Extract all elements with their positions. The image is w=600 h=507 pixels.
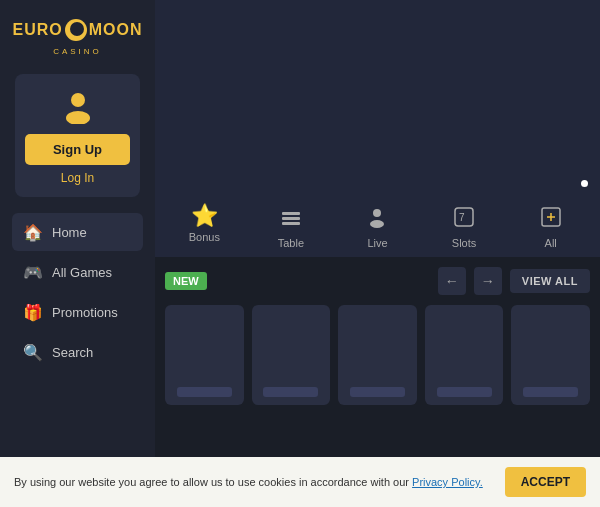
game-card-2[interactable] bbox=[252, 305, 331, 405]
table-icon bbox=[279, 205, 303, 233]
logo-area: EURO MOON CASINO bbox=[18, 12, 138, 62]
game-card-3[interactable] bbox=[338, 305, 417, 405]
sidebar-item-all-games-label: All Games bbox=[52, 265, 112, 280]
tab-table[interactable]: Table bbox=[250, 195, 333, 257]
main-content: ⭐ Bonus Table Live 7 Slots All bbox=[155, 0, 600, 507]
avatar-icon bbox=[60, 88, 96, 124]
new-badge: NEW bbox=[165, 272, 207, 290]
tab-bonus[interactable]: ⭐ Bonus bbox=[163, 195, 246, 257]
sidebar-item-search-label: Search bbox=[52, 345, 93, 360]
view-all-button[interactable]: VIEW ALL bbox=[510, 269, 590, 293]
privacy-policy-link[interactable]: Privacy Policy. bbox=[412, 476, 483, 488]
all-icon bbox=[539, 205, 563, 233]
slots-icon: 7 bbox=[452, 205, 476, 233]
sign-up-button[interactable]: Sign Up bbox=[25, 134, 130, 165]
game-card-4[interactable] bbox=[425, 305, 504, 405]
tab-slots-label: Slots bbox=[452, 237, 476, 249]
home-icon: 🏠 bbox=[24, 223, 42, 241]
svg-point-6 bbox=[370, 220, 384, 228]
sidebar-item-home[interactable]: 🏠 Home bbox=[12, 213, 143, 251]
game-card-label-2 bbox=[263, 387, 318, 397]
game-card-label-4 bbox=[437, 387, 492, 397]
game-card-label-5 bbox=[523, 387, 578, 397]
tab-live-label: Live bbox=[367, 237, 387, 249]
game-card-1[interactable] bbox=[165, 305, 244, 405]
games-grid bbox=[165, 305, 590, 405]
svg-text:7: 7 bbox=[459, 212, 465, 223]
nav-menu: 🏠 Home 🎮 All Games 🎁 Promotions 🔍 Search bbox=[0, 213, 155, 373]
games-header: NEW ← → VIEW ALL bbox=[165, 267, 590, 295]
tab-all[interactable]: All bbox=[509, 195, 592, 257]
tab-bonus-label: Bonus bbox=[189, 231, 220, 243]
game-card-label-3 bbox=[350, 387, 405, 397]
cookie-text: By using our website you agree to allow … bbox=[14, 476, 497, 488]
tab-slots[interactable]: 7 Slots bbox=[423, 195, 506, 257]
logo-euro-text: EURO bbox=[13, 21, 63, 39]
promotions-icon: 🎁 bbox=[24, 303, 42, 321]
accept-button[interactable]: ACCEPT bbox=[505, 467, 586, 497]
search-icon: 🔍 bbox=[24, 343, 42, 361]
tab-table-label: Table bbox=[278, 237, 304, 249]
tab-all-label: All bbox=[545, 237, 557, 249]
next-arrow-button[interactable]: → bbox=[474, 267, 502, 295]
sidebar-item-promotions-label: Promotions bbox=[52, 305, 118, 320]
hero-banner bbox=[155, 0, 600, 195]
game-card-label-1 bbox=[177, 387, 232, 397]
prev-arrow-button[interactable]: ← bbox=[438, 267, 466, 295]
sidebar-item-all-games[interactable]: 🎮 All Games bbox=[12, 253, 143, 291]
sidebar-item-home-label: Home bbox=[52, 225, 87, 240]
svg-rect-4 bbox=[282, 222, 300, 225]
bonus-icon: ⭐ bbox=[191, 205, 218, 227]
svg-point-5 bbox=[373, 209, 381, 217]
logo-moon-text: MOON bbox=[89, 21, 143, 39]
sidebar-item-promotions[interactable]: 🎁 Promotions bbox=[12, 293, 143, 331]
sidebar-item-search[interactable]: 🔍 Search bbox=[12, 333, 143, 371]
games-section: NEW ← → VIEW ALL bbox=[155, 257, 600, 405]
user-section: Sign Up Log In bbox=[15, 74, 140, 197]
logo-moon-icon bbox=[65, 19, 87, 41]
tab-live[interactable]: Live bbox=[336, 195, 419, 257]
svg-point-1 bbox=[66, 111, 90, 124]
cookie-bar: By using our website you agree to allow … bbox=[0, 457, 600, 507]
svg-rect-3 bbox=[282, 217, 300, 220]
live-icon bbox=[365, 205, 389, 233]
logo-sub-text: CASINO bbox=[53, 47, 102, 56]
log-in-link[interactable]: Log In bbox=[61, 171, 94, 185]
cookie-text-prefix: By using our website you agree to allow … bbox=[14, 476, 412, 488]
game-card-5[interactable] bbox=[511, 305, 590, 405]
sidebar: EURO MOON CASINO Sign Up Log In 🏠 Home 🎮… bbox=[0, 0, 155, 507]
logo: EURO MOON bbox=[13, 19, 143, 41]
svg-point-0 bbox=[71, 93, 85, 107]
category-tabs: ⭐ Bonus Table Live 7 Slots All bbox=[155, 195, 600, 257]
carousel-dot bbox=[581, 180, 588, 187]
svg-rect-2 bbox=[282, 212, 300, 215]
all-games-icon: 🎮 bbox=[24, 263, 42, 281]
